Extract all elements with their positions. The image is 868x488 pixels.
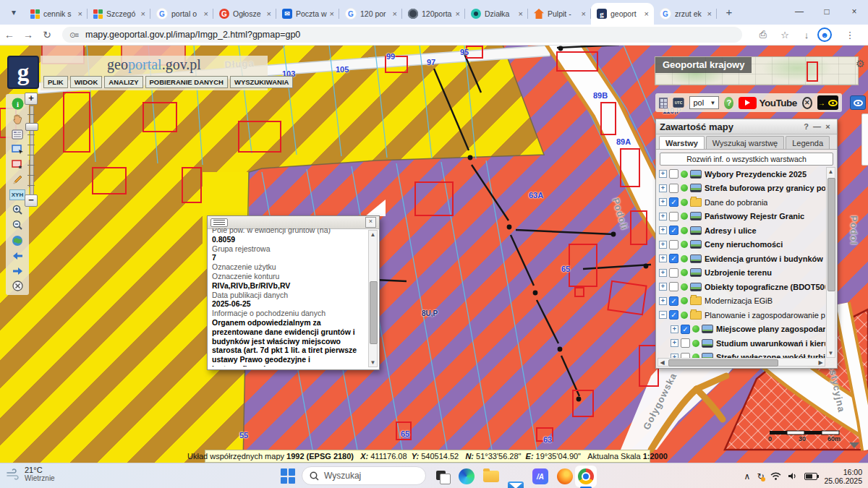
panel-tab-warstwy[interactable]: Warstwy [659, 136, 705, 149]
panel-minimize-button[interactable]: — [812, 122, 822, 131]
layer-row[interactable]: +Wybory Prezydenckie 2025 [658, 167, 825, 181]
layer-row[interactable]: −✓Planowanie i zagospodarowanie przestrz… [658, 308, 825, 322]
layer-row[interactable]: +Państwowy Rejestr Granic [658, 210, 825, 224]
expand-toggle[interactable]: − [659, 311, 667, 319]
layer-checkbox[interactable] [669, 282, 678, 291]
layer-checkbox[interactable] [681, 353, 690, 358]
expand-toggle[interactable]: + [659, 283, 667, 291]
select-by-rectangle-tool[interactable] [9, 142, 25, 157]
edge-icon[interactable] [459, 468, 475, 484]
address-bar[interactable]: ⊙≡ mapy.geoportal.gov.pl/imap/Imgp_2.htm… [62, 27, 742, 43]
utc-clock-icon[interactable]: UTC [673, 98, 684, 107]
xyh-coordinates-tool[interactable]: XYH [9, 187, 25, 202]
layer-row[interactable]: +✓Ewidencja gruntów i budynków [658, 252, 825, 266]
layer-checkbox[interactable] [681, 338, 690, 348]
pan-hand-tool[interactable] [9, 111, 25, 127]
downloads-icon[interactable]: ↓ [796, 30, 817, 40]
overview-minimap[interactable]: Geoportal krajowy [655, 56, 859, 85]
menu-wyszukiwania[interactable]: WYSZUKIWANIA [230, 76, 293, 88]
layer-checkbox[interactable]: ✓ [681, 325, 690, 334]
tab-close-icon[interactable]: × [579, 9, 588, 18]
mail-icon[interactable] [508, 481, 524, 488]
grid-window-icon[interactable] [659, 98, 668, 108]
tab-close-icon[interactable]: × [328, 9, 336, 18]
window-minimize-button[interactable]: — [786, 0, 813, 23]
settings-wheel-icon[interactable]: ✕ [802, 97, 812, 109]
popup-list-icon[interactable] [210, 218, 228, 227]
zoom-in-button[interactable]: + [25, 93, 38, 105]
expand-toggle[interactable]: + [659, 184, 667, 192]
menu-pobieranie-danych[interactable]: POBIERANIE DANYCH [145, 76, 228, 88]
popup-close-button[interactable]: × [365, 217, 376, 228]
layer-checkbox[interactable] [669, 240, 678, 249]
panel-tab-wyszukaj-warstwę[interactable]: Wyszukaj warstwę [706, 136, 784, 149]
zoom-out-tool[interactable] [9, 218, 25, 233]
tab-close-icon[interactable]: × [516, 9, 525, 18]
select-red-rectangle-tool[interactable] [9, 157, 25, 172]
gear-icon[interactable]: ⚙ [856, 58, 865, 69]
expand-toggle[interactable]: + [659, 269, 667, 277]
menu-analizy[interactable]: ANALIZY [104, 76, 142, 88]
browser-tab[interactable]: ✉Poczta w× [276, 3, 339, 25]
file-explorer-icon[interactable] [483, 471, 499, 482]
battery-icon[interactable] [804, 473, 817, 480]
layer-row[interactable]: +✓Dane do pobrania [658, 195, 825, 210]
layer-row[interactable]: +Ceny nieruchomości [658, 238, 825, 252]
panel-help-button[interactable]: ? [801, 122, 812, 131]
tab-close-icon[interactable]: × [391, 9, 399, 18]
expand-toggle[interactable]: + [659, 297, 667, 305]
geoportal-logo[interactable]: g [7, 56, 39, 89]
layer-row[interactable]: +✓Modernizacja EGiB [658, 294, 825, 309]
help-icon[interactable]: ? [724, 97, 733, 109]
youtube-link[interactable]: YouTube [739, 97, 796, 109]
tab-close-icon[interactable]: × [202, 9, 210, 18]
zoom-slider-handle[interactable] [25, 123, 38, 131]
tab-close-icon[interactable]: × [454, 9, 462, 18]
layer-checkbox[interactable]: ✓ [669, 310, 678, 320]
panel-header[interactable]: Zawartość mapy ? — × [656, 119, 837, 134]
contrast-toggle[interactable]: → [817, 95, 838, 110]
full-extent-globe-tool[interactable] [9, 233, 25, 248]
zoom-in-tool[interactable] [9, 202, 25, 218]
new-tab-button[interactable]: + [720, 3, 739, 22]
browser-tab[interactable]: Gportal o× [150, 3, 213, 25]
layer-row[interactable]: +Obiekty topograficzne (BDOT500) [658, 280, 825, 294]
collapsed-panel-strip[interactable] [861, 114, 868, 166]
taskbar-search[interactable]: Wyszukaj [302, 466, 426, 485]
browser-menu-icon[interactable]: ⋮ [839, 30, 861, 40]
taskbar-weather-widget[interactable]: 21°CWietrznie [6, 466, 55, 482]
language-select[interactable]: pol▼ [689, 96, 719, 109]
tab-close-icon[interactable]: × [139, 9, 148, 18]
identify-info-tool[interactable]: i [9, 96, 25, 111]
expand-toggle[interactable]: + [659, 198, 667, 206]
volume-icon[interactable] [788, 472, 798, 480]
task-view-button[interactable] [434, 468, 450, 484]
back-button[interactable]: ← [0, 29, 19, 40]
reload-button[interactable]: ↻ [38, 29, 56, 40]
window-maximize-button[interactable]: □ [813, 0, 841, 23]
popup-scrollbar[interactable]: ▲ ▼ [368, 230, 378, 367]
layer-checkbox[interactable] [669, 212, 678, 221]
panel-tab-legenda[interactable]: Legenda [786, 136, 830, 149]
site-info-icon[interactable]: ⊙≡ [69, 31, 81, 39]
tray-chevron-icon[interactable]: ∧ [744, 471, 751, 481]
window-close-button[interactable]: × [841, 0, 868, 23]
expand-toggle[interactable]: + [659, 213, 667, 221]
browser-tab[interactable]: Działka× [465, 3, 528, 25]
layer-list-vscrollbar[interactable]: ▲ ▼ [826, 167, 835, 358]
tab-close-icon[interactable]: × [705, 9, 714, 18]
zoom-out-button[interactable]: − [25, 194, 38, 207]
expand-toggle[interactable]: + [671, 339, 678, 347]
tab-search-chevron[interactable]: ▾ [4, 3, 23, 22]
bookmark-star-icon[interactable]: ☆ [774, 30, 796, 40]
browser-tab[interactable]: 120porta× [402, 3, 465, 25]
expand-toggle[interactable]: + [659, 241, 667, 249]
wifi-icon[interactable] [770, 472, 781, 480]
layer-row[interactable]: +✓Miejscowe plany zagospodarowania przes… [658, 322, 825, 337]
layer-row[interactable]: +Uzbrojenie terenu [658, 266, 825, 281]
expand-toggle[interactable]: + [659, 254, 667, 262]
firefox-icon[interactable] [557, 468, 573, 484]
layer-checkbox[interactable]: ✓ [669, 296, 678, 306]
layer-checkbox[interactable]: ✓ [669, 197, 678, 207]
chrome-icon-active[interactable] [575, 466, 597, 487]
